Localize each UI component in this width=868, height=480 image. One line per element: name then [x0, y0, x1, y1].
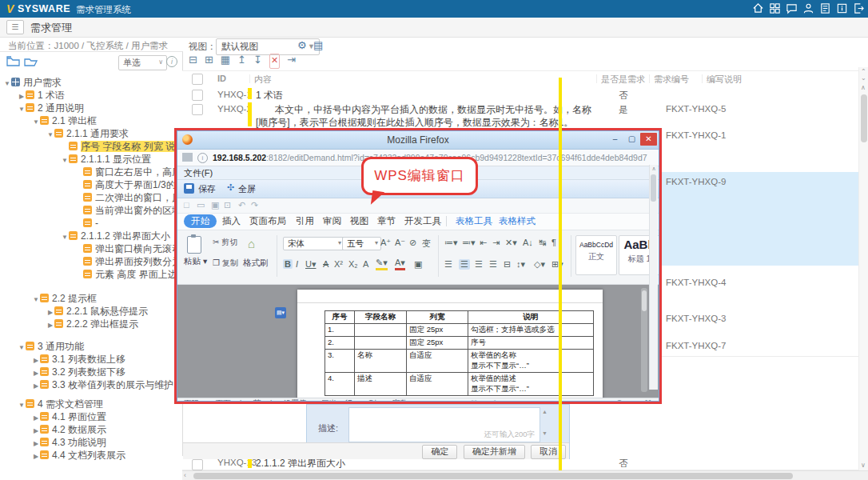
number-list-icon[interactable]: ≕▾ — [462, 238, 476, 248]
save-small-icon[interactable]: ▣ — [211, 200, 219, 210]
tree-item[interactable]: - — [0, 217, 182, 230]
menu-hamburger-icon[interactable]: ☰ — [6, 20, 24, 34]
export-icon[interactable]: ⇥ — [287, 53, 296, 69]
justify-icon[interactable]: ☰ — [489, 259, 497, 270]
chevron-down-icon[interactable]: ▼ — [3, 78, 11, 89]
tree-item[interactable]: ▶3.2 列表数据下移 — [0, 366, 182, 378]
new-doc-icon[interactable]: □ — [184, 200, 189, 210]
chevron-down-icon[interactable]: ▼ — [32, 116, 40, 127]
distribute-icon[interactable]: ⊟ — [504, 259, 511, 270]
info-icon[interactable] — [836, 2, 848, 14]
row-checkbox[interactable] — [192, 90, 203, 101]
document-table[interactable]: 序号 字段名称 列宽 说明 1. 固定 25px勾选框；支持单选或多选 2. 固… — [325, 310, 594, 396]
clear-format-icon[interactable]: ⊘ — [409, 238, 416, 248]
tree-item[interactable]: ▼2.1.1.2 弹出界面大小 — [0, 230, 182, 242]
maximize-button[interactable]: ▢ — [623, 133, 640, 146]
tab-review[interactable]: 审阅 — [323, 215, 341, 227]
outline-view-icon[interactable]: ≣ — [516, 398, 522, 402]
tree-item[interactable]: 高度大于界面1/3的窗口，上下居中显. — [0, 178, 182, 191]
chevron-right-icon[interactable]: ▶ — [32, 380, 40, 391]
document-area[interactable]: 序号 字段名称 列宽 说明 1. 固定 25px勾选框；支持单选或多选 2. 固… — [177, 285, 659, 398]
read-mode-icon[interactable]: ▤ — [504, 398, 511, 402]
firefox-page-scrollbar[interactable]: ∧ — [649, 165, 658, 390]
logout-icon[interactable] — [853, 2, 865, 14]
page-info-icon[interactable]: i — [197, 153, 208, 163]
tree-item[interactable]: ▶3.3 枚举值列表的展示与维护 — [0, 378, 182, 391]
save-button[interactable]: 保存 — [198, 183, 216, 195]
apps-grid-icon[interactable] — [769, 2, 781, 14]
sort-icon[interactable]: A↓ — [523, 238, 533, 247]
tree-item[interactable]: ▼用户需求 — [0, 76, 182, 89]
table-row[interactable]: YHXQ-2 本文中，中括号中内容为平台插入的数据，数据显示时无中括号。如，名称… — [182, 101, 858, 129]
delete-row-icon[interactable]: ✕ — [269, 54, 280, 69]
document-icon[interactable] — [819, 2, 831, 14]
tab-view[interactable]: 视图 — [350, 215, 368, 227]
chevron-down-icon[interactable]: ▼ — [61, 231, 69, 242]
tree-item[interactable]: ▶3.1 列表数据上移 — [0, 353, 182, 366]
scrollbar-thumb[interactable] — [651, 174, 656, 202]
chevron-right-icon[interactable]: ▶ — [32, 425, 40, 436]
format-painter-icon[interactable]: ⌂ — [248, 237, 255, 250]
tree-item[interactable]: 窗口左右居中，高度小于界面1/3的窗. — [0, 166, 182, 178]
collapse-rows-icon[interactable]: ⊞ — [205, 53, 213, 69]
fullscreen-button[interactable]: 全屏 — [238, 183, 256, 195]
minimize-button[interactable]: – — [607, 133, 623, 146]
highlight-color-icon[interactable]: ✎▾ — [376, 258, 388, 270]
select-mode-dropdown[interactable]: 单选∨ — [118, 55, 167, 70]
firefox-titlebar[interactable]: Mozilla Firefox – ▢ ✕ — [177, 131, 659, 150]
chevron-right-icon[interactable]: ▶ — [18, 90, 26, 102]
chevron-right-icon[interactable]: ▶ — [32, 450, 40, 462]
tree-item[interactable]: ▼2.1.1.1 显示位置 — [0, 153, 182, 166]
site-identity-icon[interactable] — [182, 153, 193, 162]
font-name-select[interactable]: 宋体▾ — [283, 237, 344, 250]
format-painter-button[interactable]: 格式刷 — [243, 258, 269, 269]
shrink-font-icon[interactable]: A⁻ — [395, 238, 405, 248]
tree-info-icon[interactable]: i — [166, 56, 177, 67]
confirm-button[interactable]: 确定 — [422, 445, 457, 459]
night-mode-icon[interactable]: ☼ — [537, 398, 543, 402]
increase-indent-icon[interactable]: ⇥ — [492, 238, 500, 248]
collapse-all-folder-icon[interactable] — [24, 56, 38, 69]
document-scrollbar[interactable] — [641, 288, 647, 392]
font-size-select[interactable]: 五号▾ — [342, 237, 381, 250]
column-header-reqno[interactable]: 需求编号 — [654, 74, 689, 86]
page-view-icon[interactable]: ▦ — [481, 398, 488, 402]
description-textarea[interactable]: 还可输入200字 ▲▼ — [348, 407, 540, 442]
column-header-isreq[interactable]: 是否是需求 — [601, 74, 645, 86]
move-up-icon[interactable]: ↥ — [237, 53, 246, 69]
view-settings-gear-icon[interactable]: ⚙ — [297, 39, 307, 51]
table-row[interactable]: YHXQ-1 1 术语 否 — [182, 86, 858, 102]
fullscreen-icon[interactable]: ✣ — [227, 182, 234, 193]
tree-item[interactable]: 二次弹出的窗口，原则相同，同时，... — [0, 191, 182, 204]
grow-font-icon[interactable]: A⁺ — [380, 238, 391, 248]
zoom-in-icon[interactable]: + — [636, 398, 641, 402]
decrease-indent-icon[interactable]: ⇤ — [480, 238, 487, 248]
fit-page-icon[interactable]: ⛶ — [645, 398, 651, 402]
chevron-down-icon[interactable]: ▼ — [61, 154, 69, 166]
tree-item[interactable]: ▼2.1.1 通用要求 — [0, 127, 182, 140]
tree-item[interactable]: ▶1 术语 — [0, 89, 182, 102]
chevron-down-icon[interactable]: ▼ — [18, 399, 26, 410]
view-doc-icon[interactable]: ▤ — [313, 39, 323, 51]
tree-item[interactable]: ▼3 通用功能 — [0, 340, 182, 353]
scroll-up-arrow-icon[interactable]: ∧ — [861, 85, 866, 91]
font-color-icon[interactable]: A▾ — [395, 258, 405, 270]
expand-rows-icon[interactable]: ⊟ — [189, 53, 197, 69]
tree-item[interactable]: 元素 高度 界面上边线 1 标题栏 28 内.. — [0, 268, 182, 281]
scroll-down-arrow-icon[interactable]: ∨ — [861, 462, 866, 469]
tree-item[interactable]: ▶4.4 文档列表展示 — [0, 449, 182, 462]
textarea-scrollbar[interactable]: ▲▼ — [541, 408, 548, 442]
tab-page-layout[interactable]: 页面布局 — [249, 215, 286, 227]
fullscreen-view-icon[interactable]: ⛶ — [472, 398, 476, 402]
text-direction-icon[interactable]: ↹ — [539, 238, 546, 248]
tab-dev-tools[interactable]: 开发工具 — [404, 215, 441, 227]
edit-mode-icon[interactable]: ✎ — [493, 398, 500, 402]
phonetic-icon[interactable]: 变 — [422, 238, 431, 250]
scroll-up-arrow-icon[interactable]: ∧ — [650, 166, 658, 172]
bold-icon[interactable]: B — [283, 259, 293, 269]
undo-icon[interactable]: ↶ — [238, 200, 245, 210]
tree-item[interactable]: 序号 字段名称 列宽 说明 1. 固定25px 勾. — [0, 140, 182, 153]
chevron-right-icon[interactable]: ▶ — [46, 306, 54, 318]
tab-table-tools[interactable]: 表格工具 — [456, 215, 492, 227]
chevron-down-icon[interactable]: ▼ — [46, 129, 54, 140]
